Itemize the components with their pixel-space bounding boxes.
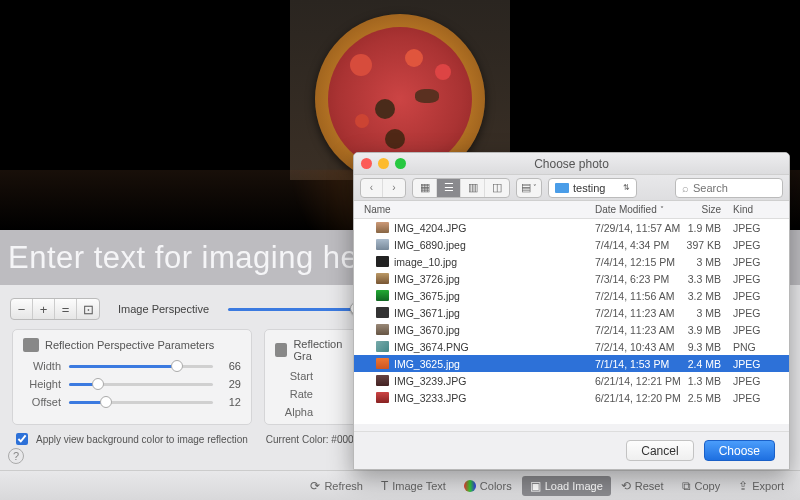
- file-date: 7/2/14, 11:56 AM: [595, 290, 681, 302]
- export-button[interactable]: ⇪Export: [730, 476, 792, 496]
- zoom-fit-button[interactable]: ⊡: [77, 299, 99, 319]
- reset-button[interactable]: ⟲Reset: [613, 476, 672, 496]
- slider-rows-b: StartRateAlpha: [275, 370, 348, 418]
- load-image-button[interactable]: ▣Load Image: [522, 476, 611, 496]
- image-text-button[interactable]: TImage Text: [373, 476, 454, 496]
- file-row[interactable]: IMG_3233.JPG6/21/14, 12:20 PM2.5 MBJPEG: [354, 389, 789, 406]
- file-thumbnail-icon: [376, 375, 389, 386]
- folder-dropdown[interactable]: testing ⇅: [548, 178, 637, 198]
- file-thumbnail-icon: [376, 358, 389, 369]
- dialog-title: Choose photo: [534, 157, 609, 171]
- file-thumbnail-icon: [376, 273, 389, 284]
- file-size: 9.3 MB: [681, 341, 727, 353]
- file-size: 397 KB: [681, 239, 727, 251]
- column-headers[interactable]: Name Date Modified˅ Size Kind: [354, 201, 789, 219]
- view-coverflow-button[interactable]: ◫: [485, 179, 509, 197]
- view-icon-button[interactable]: ▦: [413, 179, 437, 197]
- file-row[interactable]: IMG_3239.JPG6/21/14, 12:21 PM1.3 MBJPEG: [354, 372, 789, 389]
- file-name: image_10.jpg: [394, 256, 457, 268]
- file-row[interactable]: image_10.jpg7/4/14, 12:15 PM3 MBJPEG: [354, 253, 789, 270]
- perspective-slider[interactable]: [228, 300, 358, 303]
- file-size: 3 MB: [681, 307, 727, 319]
- file-date: 7/3/14, 6:23 PM: [595, 273, 681, 285]
- apply-bg-color-checkbox[interactable]: [16, 433, 28, 445]
- zoom-out-button[interactable]: −: [11, 299, 33, 319]
- reflection-gradient-panel: Reflection Gra StartRateAlpha: [264, 329, 359, 425]
- file-row[interactable]: IMG_3675.jpg7/2/14, 11:56 AM3.2 MBJPEG: [354, 287, 789, 304]
- file-thumbnail-icon: [376, 392, 389, 403]
- search-input[interactable]: [693, 182, 776, 194]
- zoom-actual-button[interactable]: =: [55, 299, 77, 319]
- file-row[interactable]: IMG_4204.JPG7/29/14, 11:57 AM1.9 MBJPEG: [354, 219, 789, 236]
- zoom-in-button[interactable]: +: [33, 299, 55, 319]
- header-name[interactable]: Name: [354, 204, 595, 215]
- file-name: IMG_3674.PNG: [394, 341, 469, 353]
- file-list[interactable]: IMG_4204.JPG7/29/14, 11:57 AM1.9 MBJPEGI…: [354, 219, 789, 424]
- file-date: 7/2/14, 11:23 AM: [595, 307, 681, 319]
- file-size: 2.5 MB: [681, 392, 727, 404]
- view-column-button[interactable]: ▥: [461, 179, 485, 197]
- text-icon: T: [381, 479, 388, 493]
- image-icon: ▣: [530, 479, 541, 493]
- search-field[interactable]: ⌕: [675, 178, 783, 198]
- file-thumbnail-icon: [376, 307, 389, 318]
- header-kind[interactable]: Kind: [727, 204, 767, 215]
- cancel-button[interactable]: Cancel: [626, 440, 693, 461]
- file-name: IMG_3670.jpg: [394, 324, 460, 336]
- folder-icon: [555, 183, 569, 193]
- apply-bg-color-label: Apply view background color to image ref…: [36, 434, 248, 445]
- file-row[interactable]: IMG_6890.jpeg7/4/14, 4:34 PM397 KBJPEG: [354, 236, 789, 253]
- slider-value: 29: [221, 378, 241, 390]
- header-date[interactable]: Date Modified˅: [595, 204, 681, 215]
- copy-icon: ⧉: [682, 479, 691, 493]
- slider-label: Offset: [23, 396, 61, 408]
- file-row[interactable]: IMG_3625.jpg7/1/14, 1:53 PM2.4 MBJPEG: [354, 355, 789, 372]
- slider-label: Start: [275, 370, 313, 382]
- file-thumbnail-icon: [376, 290, 389, 301]
- file-row[interactable]: IMG_3726.jpg7/3/14, 6:23 PM3.3 MBJPEG: [354, 270, 789, 287]
- slider-label: Rate: [275, 388, 313, 400]
- file-row[interactable]: IMG_3674.PNG7/2/14, 10:43 AM9.3 MBPNG: [354, 338, 789, 355]
- slider-rows-a: Width66Height29Offset12: [23, 360, 241, 408]
- height-slider[interactable]: [69, 383, 213, 386]
- file-date: 7/29/14, 11:57 AM: [595, 222, 681, 234]
- file-kind: JPEG: [727, 290, 767, 302]
- width-slider[interactable]: [69, 365, 213, 368]
- slider-label: Height: [23, 378, 61, 390]
- nav-forward-button[interactable]: ›: [383, 179, 405, 197]
- minimize-icon[interactable]: [378, 158, 389, 169]
- dialog-titlebar[interactable]: Choose photo: [354, 153, 789, 175]
- file-thumbnail-icon: [376, 222, 389, 233]
- help-button[interactable]: ?: [8, 448, 24, 464]
- perspective-label: Image Perspective: [118, 303, 209, 315]
- header-size[interactable]: Size: [681, 204, 727, 215]
- nav-back-button[interactable]: ‹: [361, 179, 383, 197]
- file-name: IMG_4204.JPG: [394, 222, 466, 234]
- file-size: 3 MB: [681, 256, 727, 268]
- panel-icon: [275, 343, 287, 357]
- copy-button[interactable]: ⧉Copy: [674, 476, 729, 496]
- view-list-button[interactable]: ☰: [437, 179, 461, 197]
- close-icon[interactable]: [361, 158, 372, 169]
- file-date: 7/4/14, 12:15 PM: [595, 256, 681, 268]
- refresh-button[interactable]: ⟳Refresh: [302, 476, 371, 496]
- choose-button[interactable]: Choose: [704, 440, 775, 461]
- file-date: 7/2/14, 10:43 AM: [595, 341, 681, 353]
- panel-icon: [23, 338, 39, 352]
- chevron-updown-icon: ⇅: [623, 183, 630, 192]
- slider-label: Width: [23, 360, 61, 372]
- slider-label: Alpha: [275, 406, 313, 418]
- zoom-icon[interactable]: [395, 158, 406, 169]
- panel-title: Reflection Perspective Parameters: [45, 339, 214, 351]
- file-name: IMG_3671.jpg: [394, 307, 460, 319]
- slider-value: 66: [221, 360, 241, 372]
- offset-slider[interactable]: [69, 401, 213, 404]
- file-row[interactable]: IMG_3671.jpg7/2/14, 11:23 AM3 MBJPEG: [354, 304, 789, 321]
- file-kind: JPEG: [727, 239, 767, 251]
- group-by-button[interactable]: ▤ ˅: [517, 179, 541, 197]
- file-kind: JPEG: [727, 358, 767, 370]
- file-date: 6/21/14, 12:21 PM: [595, 375, 681, 387]
- file-size: 3.2 MB: [681, 290, 727, 302]
- colors-button[interactable]: Colors: [456, 477, 520, 495]
- file-row[interactable]: IMG_3670.jpg7/2/14, 11:23 AM3.9 MBJPEG: [354, 321, 789, 338]
